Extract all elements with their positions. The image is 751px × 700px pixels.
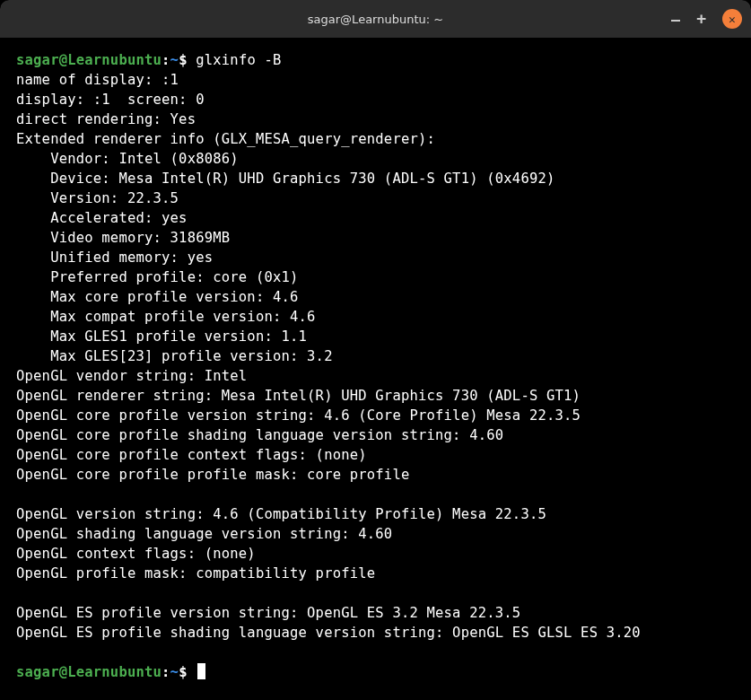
prompt-separator-2: : [162,664,170,680]
window-title: sagar@Learnubuntu: ~ [308,13,443,26]
terminal-window: sagar@Learnubuntu: ~ + ✕ sagar@Learnubun… [0,0,751,700]
prompt-user-host: sagar@Learnubuntu [16,52,162,68]
close-icon: ✕ [729,13,736,25]
plus-icon: + [696,11,706,27]
terminal-body[interactable]: sagar@Learnubuntu:~$ glxinfo -B name of … [0,38,751,700]
prompt-symbol: $ [179,52,188,68]
command-text: glxinfo -B [196,52,281,68]
maximize-button[interactable]: + [696,11,706,27]
command-output: name of display: :1 display: :1 screen: … [16,70,735,643]
prompt-path-2: ~ [170,664,179,680]
titlebar: sagar@Learnubuntu: ~ + ✕ [0,0,751,38]
prompt-symbol-2: $ [179,664,188,680]
close-button[interactable]: ✕ [722,9,742,29]
minimize-icon [671,20,680,22]
window-controls: + ✕ [671,0,742,38]
prompt-path: ~ [170,52,179,68]
prompt-user-host-2: sagar@Learnubuntu [16,664,162,680]
minimize-button[interactable] [671,16,680,22]
prompt-separator: : [162,52,170,68]
cursor [197,663,205,679]
